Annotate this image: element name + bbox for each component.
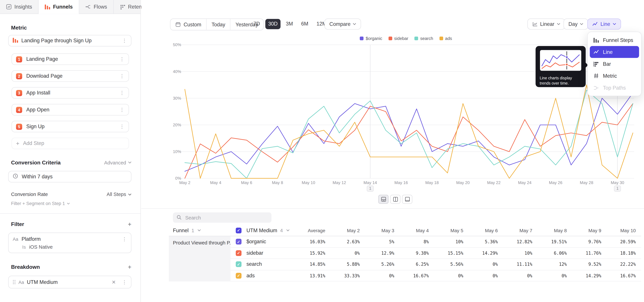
column-header-may-2[interactable]: May 2 (325, 228, 360, 233)
value-cell: 14.29% (567, 273, 602, 278)
chart-type-dropdown[interactable]: Line (587, 18, 621, 30)
kebab-menu-icon[interactable]: ⋮ (120, 124, 124, 129)
custom-button[interactable]: Custom (170, 19, 206, 30)
annotation-badge[interactable]: 1 (367, 186, 374, 192)
funnel-step-2[interactable]: 2Download Page⋮ (12, 70, 129, 82)
filter-segment-toggle[interactable]: Filter + Segment on Step 1 (11, 201, 140, 206)
filter-property: Platform (22, 236, 40, 242)
conversion-window-label: Within 7 days (22, 174, 53, 180)
breakdown-column-header[interactable]: ✓UTM Medium4 (230, 228, 292, 233)
value-cell: 16.67% (394, 273, 429, 278)
step-label: App Open (26, 107, 50, 112)
range-7d-button[interactable]: 7D (250, 19, 263, 29)
funnel-steps-icon (593, 38, 599, 42)
breakdown-heading: Breakdown (11, 264, 40, 270)
column-header-may-7[interactable]: May 7 (498, 228, 532, 233)
funnel-icon (13, 37, 18, 44)
all-steps-dropdown[interactable]: All Steps (107, 192, 132, 197)
filter-value[interactable]: iOS Native (29, 244, 53, 250)
drag-handle-icon[interactable] (13, 280, 16, 284)
compare-button[interactable]: Compare (324, 18, 361, 30)
filter-card[interactable]: Aa Platform ⋮ Is iOS Native (8, 232, 132, 253)
value-cell: 15.92% (292, 250, 325, 255)
funnel-step-5[interactable]: 5Sign Up⋮ (12, 121, 129, 132)
clock-icon (13, 173, 18, 180)
kebab-menu-icon[interactable]: ⋮ (122, 280, 127, 284)
range-30d-button[interactable]: 30D (265, 19, 280, 29)
add-filter-button[interactable]: + (128, 221, 131, 227)
step-label: Landing Page (26, 56, 58, 62)
funnel-steps-list: 1Landing Page⋮2Download Page⋮3App Instal… (12, 53, 129, 132)
add-breakdown-button[interactable]: + (128, 264, 131, 270)
column-header-may-9[interactable]: May 9 (567, 228, 602, 233)
funnel-title-card[interactable]: Landing Page through Sign Up ⋮ (8, 35, 132, 46)
funnel-step-4[interactable]: 4App Open⋮ (12, 104, 129, 116)
layout-toggle-group (378, 195, 412, 204)
granularity-dropdown[interactable]: Day (564, 18, 588, 30)
today-button[interactable]: Today (206, 19, 230, 30)
value-cell: 12.9% (360, 250, 394, 255)
kebab-menu-icon[interactable]: ⋮ (122, 38, 127, 43)
search-box[interactable] (173, 212, 272, 223)
annotation-badge[interactable]: 1 (614, 186, 621, 192)
tab-funnels[interactable]: Funnels (38, 0, 79, 14)
kebab-menu-icon[interactable]: ⋮ (120, 57, 124, 62)
tab-flows[interactable]: Flows (79, 0, 114, 14)
value-cell: 0% (463, 262, 498, 267)
menu-item-line[interactable]: Line (590, 46, 639, 58)
value-cell: 18.18% (601, 250, 636, 255)
funnel-cell[interactable]: Product Viewed through P... (169, 236, 230, 281)
svg-text:May 24: May 24 (518, 180, 532, 185)
divider (141, 208, 644, 209)
menu-item-funnel-steps[interactable]: Funnel Steps (590, 34, 639, 46)
svg-text:50%: 50% (173, 42, 181, 47)
column-header-may-5[interactable]: May 5 (429, 228, 464, 233)
column-header-may-6[interactable]: May 6 (463, 228, 498, 233)
tab-insights[interactable]: Insights (0, 0, 38, 14)
column-header-may-4[interactable]: May 4 (394, 228, 429, 233)
funnel-step-1[interactable]: 1Landing Page⋮ (12, 53, 129, 65)
value-cell: 2.63% (325, 239, 360, 244)
checkbox-checked[interactable]: ✓ (236, 228, 242, 233)
series-checkbox[interactable]: ✓ (236, 239, 242, 244)
column-header-may-3[interactable]: May 3 (360, 228, 394, 233)
filter-operator[interactable]: Is (22, 244, 26, 249)
layout-chart-only-button[interactable] (402, 195, 412, 204)
svg-text:May 20: May 20 (456, 180, 470, 185)
top-paths-icon (593, 85, 599, 90)
svg-text:20%: 20% (173, 123, 181, 127)
value-cell: 9.38% (394, 250, 429, 255)
kebab-menu-icon[interactable]: ⋮ (122, 237, 127, 242)
chevron-down-icon (580, 23, 584, 25)
column-header-may-10[interactable]: May 10 (601, 228, 636, 233)
conversion-window-card[interactable]: Within 7 days (8, 171, 132, 182)
series-checkbox[interactable]: ✓ (236, 273, 242, 278)
funnel-column-header[interactable]: Funnel1 (169, 228, 230, 233)
menu-item-bar[interactable]: Bar (590, 58, 639, 70)
range-3m-button[interactable]: 3M (283, 19, 296, 29)
svg-text:May 28: May 28 (580, 180, 593, 185)
layout-chart-table-button[interactable] (378, 195, 388, 204)
breakdown-card[interactable]: Aa UTM Medium ✕ ⋮ (8, 276, 132, 288)
funnel-step-3[interactable]: 3App Install⋮ (12, 87, 129, 99)
kebab-menu-icon[interactable]: ⋮ (120, 90, 124, 95)
layout-split-button[interactable] (390, 195, 400, 204)
sidebar: InsightsFunnelsFlowsRetention Metric Lan… (0, 0, 141, 302)
column-header-may-8[interactable]: May 8 (532, 228, 567, 233)
search-input[interactable] (184, 214, 268, 221)
range-6m-button[interactable]: 6M (298, 19, 311, 29)
column-header-average[interactable]: Average (292, 228, 325, 233)
value-cell: 16.67% (601, 273, 636, 278)
series-checkbox[interactable]: ✓ (236, 250, 242, 256)
value-cell: 11.11% (498, 262, 532, 267)
kebab-menu-icon[interactable]: ⋮ (120, 74, 124, 78)
series-checkbox[interactable]: ✓ (236, 262, 242, 267)
value-cell: 10% (429, 239, 464, 244)
value-cell: 0% (360, 273, 394, 278)
menu-item-metric[interactable]: Metric (590, 70, 639, 82)
advanced-toggle[interactable]: Advanced (104, 160, 132, 165)
kebab-menu-icon[interactable]: ⋮ (120, 107, 124, 112)
close-icon[interactable]: ✕ (112, 279, 116, 285)
scale-dropdown[interactable]: Linear (527, 18, 565, 30)
add-step-button[interactable]: + Add Step (12, 138, 129, 149)
